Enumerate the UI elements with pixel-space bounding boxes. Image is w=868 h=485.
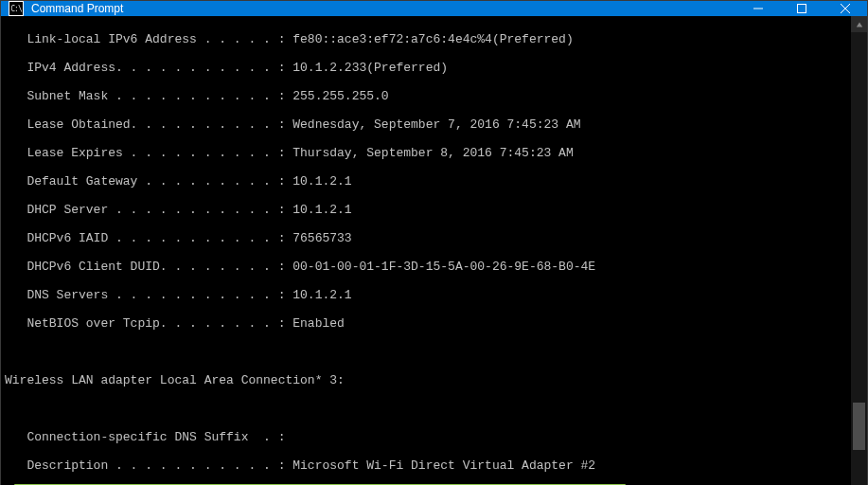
field-label: Link-local IPv6 Address . . . . . :	[5, 32, 292, 46]
svg-rect-0	[798, 5, 806, 13]
app-icon: C:\	[9, 1, 24, 16]
field-value: 10.1.2.1	[292, 174, 351, 189]
scroll-thumb[interactable]	[853, 403, 865, 450]
field-label: DHCPv6 IAID . . . . . . . . . . . :	[5, 231, 292, 245]
field-value: 00-01-00-01-1F-3D-15-5A-00-26-9E-68-B0-4…	[292, 260, 595, 274]
field-label: Subnet Mask . . . . . . . . . . . :	[5, 89, 292, 103]
vertical-scrollbar[interactable]	[851, 16, 867, 485]
field-label: IPv4 Address. . . . . . . . . . . :	[5, 61, 292, 75]
window-controls	[736, 1, 867, 16]
field-value: Wednesday, September 7, 2016 7:45:23 AM	[292, 117, 580, 132]
command-prompt-window: C:\ Command Prompt Link-local IPv6 Addre…	[0, 0, 868, 485]
scroll-track[interactable]	[851, 32, 867, 485]
terminal-output[interactable]: Link-local IPv6 Address . . . . . : fe80…	[1, 16, 851, 485]
field-label: Lease Obtained. . . . . . . . . . :	[5, 117, 292, 132]
field-label: DNS Servers . . . . . . . . . . . :	[5, 288, 292, 302]
field-label: Lease Expires . . . . . . . . . . :	[5, 146, 292, 160]
field-value: fe80::ace3:ef72:a7c6:4e4c%4(Preferred)	[292, 32, 573, 46]
field-label: Description . . . . . . . . . . . :	[5, 458, 292, 473]
adapter-header: Wireless LAN adapter Local Area Connecti…	[5, 373, 345, 387]
scroll-up-button[interactable]	[851, 16, 867, 32]
maximize-button[interactable]	[780, 1, 824, 16]
field-value: Enabled	[292, 316, 345, 331]
field-label: NetBIOS over Tcpip. . . . . . . . :	[5, 316, 292, 331]
field-value: 76565733	[292, 231, 351, 245]
field-label: DHCP Server . . . . . . . . . . . :	[5, 203, 292, 217]
field-label: Connection-specific DNS Suffix . :	[5, 430, 292, 444]
field-value: Thursday, September 8, 2016 7:45:23 AM	[292, 146, 573, 160]
window-title: Command Prompt	[31, 2, 736, 15]
field-value: 10.1.2.1	[292, 288, 351, 302]
close-button[interactable]	[824, 1, 867, 16]
field-label: Default Gateway . . . . . . . . . :	[5, 174, 292, 189]
field-label: DHCPv6 Client DUID. . . . . . . . :	[5, 260, 292, 274]
field-value: Microsoft Wi-Fi Direct Virtual Adapter #…	[292, 458, 595, 473]
minimize-button[interactable]	[736, 1, 780, 16]
field-value: 10.1.2.233(Preferred)	[292, 61, 448, 75]
field-value: 10.1.2.1	[292, 203, 351, 217]
titlebar[interactable]: C:\ Command Prompt	[1, 1, 867, 16]
field-value: 255.255.255.0	[292, 89, 388, 103]
